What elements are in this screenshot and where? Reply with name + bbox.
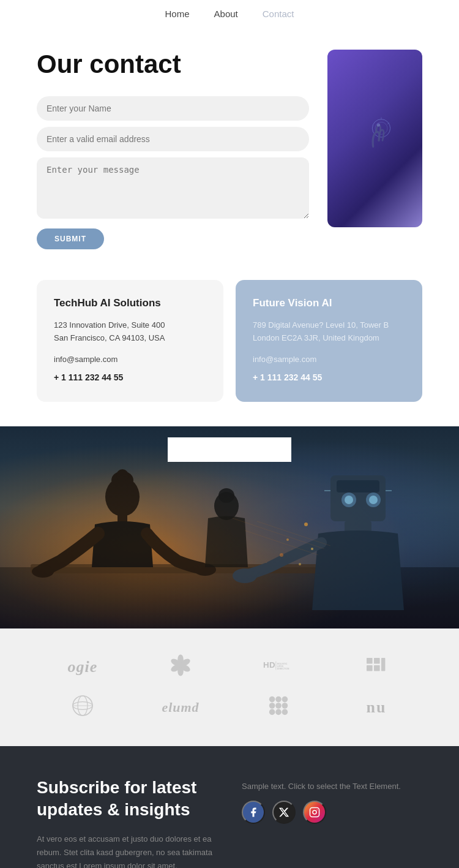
card2-phone: + 1 111 232 44 55 [253, 371, 405, 384]
svg-point-26 [233, 568, 257, 583]
nav-contact[interactable]: Contact [263, 9, 294, 19]
hd-logo: HD HOLISTIC LIFES DIRECTION [263, 653, 294, 677]
svg-point-29 [311, 548, 313, 550]
card2-email: info@sample.com [253, 353, 405, 366]
instagram-button[interactable] [303, 801, 326, 824]
svg-rect-50 [374, 665, 380, 671]
svg-rect-51 [381, 658, 385, 671]
card1-address2: San Francisco, CA 94103, USA [54, 332, 206, 345]
name-input[interactable] [37, 96, 309, 121]
svg-point-60 [275, 703, 282, 709]
svg-point-30 [280, 553, 283, 557]
hero-illustration [351, 114, 400, 163]
social-icons [242, 801, 422, 824]
svg-rect-18 [337, 480, 379, 492]
hero-title: Our contact [37, 50, 309, 79]
card1-address1: 123 Innovation Drive, Suite 400 [54, 319, 206, 332]
logo-dots [263, 693, 294, 722]
cards-section: TechHub AI Solutions 123 Innovation Driv… [0, 274, 459, 426]
svg-point-4 [376, 123, 379, 126]
nav-home[interactable]: Home [165, 9, 190, 19]
full-image-nav: Home About Contact [168, 437, 291, 462]
full-nav-home[interactable]: Home [168, 446, 190, 456]
footer-left: Subscribe for latest updates & insights … [37, 777, 217, 868]
twitter-button[interactable] [272, 801, 296, 824]
dots-icon [263, 693, 294, 718]
footer-top: Subscribe for latest updates & insights … [37, 777, 422, 868]
logo-nu: nu [367, 698, 387, 717]
svg-rect-47 [367, 658, 373, 664]
hero-image [327, 50, 422, 227]
footer: Subscribe for latest updates & insights … [0, 746, 459, 868]
svg-point-11 [116, 469, 129, 481]
card1-title: TechHub AI Solutions [54, 297, 206, 309]
svg-point-59 [269, 703, 275, 709]
svg-point-64 [282, 709, 288, 715]
logo-brigida [361, 653, 392, 681]
svg-rect-65 [310, 807, 319, 817]
card-futurevision: Future Vision AI 789 Digital Avenue? Lev… [236, 280, 422, 402]
instagram-icon [309, 807, 320, 818]
submit-button[interactable]: SUBMIT [37, 228, 104, 249]
svg-point-31 [299, 563, 301, 565]
hero-section: Our contact SUBMIT [0, 25, 459, 274]
svg-rect-48 [374, 658, 380, 664]
svg-point-27 [304, 523, 308, 526]
svg-point-67 [316, 809, 318, 810]
twitter-x-icon [278, 807, 289, 818]
footer-sample-text: Sample text. Click to select the Text El… [242, 782, 422, 791]
nav-about[interactable]: About [214, 9, 238, 19]
svg-point-61 [282, 703, 288, 709]
full-nav-contact[interactable]: Contact [262, 446, 291, 456]
svg-text:DIRECTION: DIRECTION [277, 667, 289, 670]
full-nav-about[interactable]: About [215, 446, 237, 456]
full-image-section: Home About Contact [0, 426, 459, 628]
svg-point-22 [369, 496, 378, 504]
logo-elumd: elumd [162, 700, 199, 715]
card1-phone: + 1 111 232 44 55 [54, 371, 206, 384]
card2-title: Future Vision AI [253, 297, 405, 309]
contact-form: SUBMIT [37, 96, 309, 249]
hero-right [327, 50, 422, 227]
footer-heading: Subscribe for latest updates & insights [37, 777, 217, 821]
top-nav: Home About Contact [0, 0, 459, 25]
svg-point-63 [275, 709, 282, 715]
email-input[interactable] [37, 127, 309, 151]
circle-lines-icon [67, 693, 98, 718]
svg-point-66 [313, 810, 316, 814]
svg-rect-49 [367, 665, 373, 671]
flower-icon [165, 653, 196, 677]
ogie-text: ogie [68, 658, 98, 676]
nu-text: nu [367, 698, 387, 716]
logo-circle-lines [67, 693, 98, 722]
svg-point-57 [275, 696, 282, 703]
logo-ogie: ogie [68, 658, 98, 676]
svg-point-58 [282, 696, 288, 703]
logos-section: ogie HD HOLISTIC LIFES DIRECTION [0, 628, 459, 746]
card2-address1: 789 Digital Avenue? Level 10, Tower B [253, 319, 405, 332]
card2-address2: London EC2A 3JR, United Kingdom [253, 332, 405, 345]
card1-email: info@sample.com [54, 353, 206, 366]
svg-point-13 [32, 565, 54, 578]
hero-left: Our contact SUBMIT [37, 50, 309, 249]
logo-flower [165, 653, 196, 681]
svg-text:HD: HD [263, 660, 275, 670]
card-techhub: TechHub AI Solutions 123 Innovation Driv… [37, 280, 223, 402]
svg-point-21 [345, 496, 353, 504]
message-input[interactable] [37, 157, 309, 219]
svg-point-16 [218, 488, 234, 503]
svg-point-41 [178, 663, 183, 668]
svg-point-56 [269, 696, 275, 703]
facebook-button[interactable] [242, 801, 265, 824]
logo-hd: HD HOLISTIC LIFES DIRECTION [263, 653, 294, 681]
svg-point-62 [269, 709, 275, 715]
brigida-icon [361, 653, 392, 677]
svg-point-28 [286, 538, 289, 541]
footer-body-text: At vero eos et accusam et justo duo dolo… [37, 832, 217, 868]
facebook-icon [248, 807, 259, 818]
footer-right: Sample text. Click to select the Text El… [242, 777, 422, 868]
elumd-text: elumd [162, 700, 199, 715]
